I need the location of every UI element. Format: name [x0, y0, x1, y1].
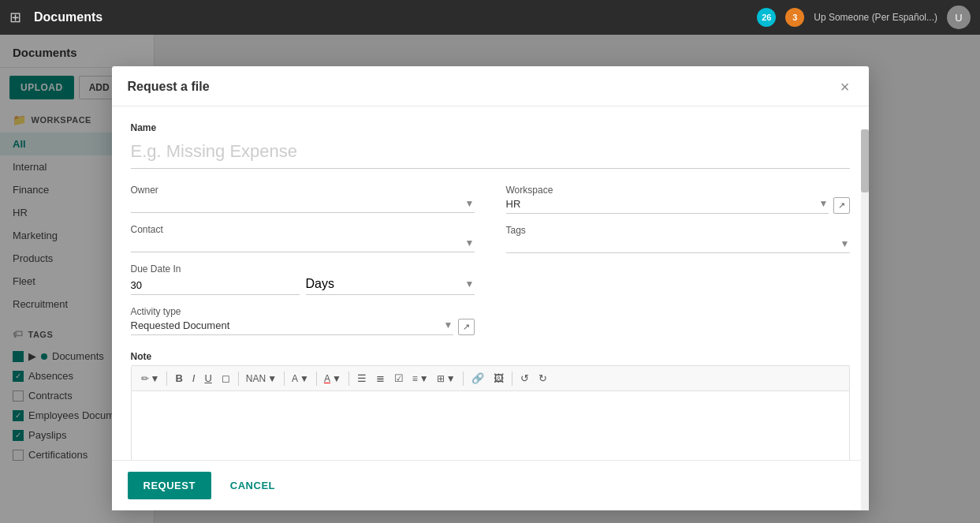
due-date-number-input[interactable] [131, 276, 178, 294]
toolbar-separator-3 [284, 372, 285, 386]
toolbar-separator-5 [348, 372, 349, 386]
tags-form-row: Tags ▼ [506, 225, 850, 253]
table-dropdown[interactable]: ⊞ ▼ [434, 372, 459, 386]
heading-dropdown[interactable]: NAN ▼ [243, 372, 280, 386]
due-unit-chevron-icon: ▼ [465, 278, 475, 290]
activity-select-wrap: Requested Document ▼ [131, 319, 453, 335]
modal-title: Request a file [128, 80, 210, 94]
pen-icon: ✏ [141, 373, 149, 384]
due-num-wrap [131, 276, 300, 295]
due-unit-wrap: Days ▼ [306, 277, 475, 295]
scroll-indicator [861, 129, 869, 510]
workspace-chevron-icon: ▼ [819, 198, 829, 209]
unordered-list-button[interactable]: ☰ [353, 371, 371, 386]
undo-button[interactable]: ↺ [516, 371, 533, 386]
toolbar-separator-6 [463, 372, 464, 386]
note-label: Note [131, 351, 850, 362]
note-section: Note ✏ ▼ B I U ◻ NAN [131, 351, 850, 460]
contact-label: Contact [131, 224, 475, 235]
due-unit-value: Days [306, 277, 334, 291]
checklist-button[interactable]: ☑ [390, 371, 408, 386]
align-icon: ≡ [412, 373, 418, 384]
workspace-input-row: HR ▼ ↗ [506, 197, 850, 214]
format-dropdown[interactable]: ✏ ▼ [138, 372, 163, 386]
owner-row: Owner ▼ [131, 185, 475, 213]
link-button[interactable]: 🔗 [468, 371, 488, 386]
align-dropdown[interactable]: ≡ ▼ [409, 372, 432, 386]
workspace-select[interactable]: HR [506, 198, 819, 210]
form-grid: Owner ▼ Contact [131, 185, 850, 335]
align-chevron-icon: ▼ [419, 373, 429, 384]
activity-type-row: Activity type Requested Document ▼ ↗ [131, 306, 475, 335]
grid-icon[interactable]: ⊞ [9, 9, 21, 26]
activity-chevron-icon: ▼ [444, 319, 453, 331]
toolbar-separator-4 [316, 372, 317, 386]
workspace-label: Workspace [506, 185, 850, 196]
cancel-button[interactable]: CANCEL [219, 472, 286, 499]
modal-header: Request a file × [112, 66, 869, 106]
ordered-list-button[interactable]: ≣ [372, 371, 389, 386]
activity-type-select[interactable]: Requested Document [131, 319, 441, 331]
due-date-row: Due Date In Days ▼ [131, 263, 475, 295]
workspace-row: Workspace HR ▼ ↗ [506, 185, 850, 214]
toolbar-separator-1 [166, 372, 167, 386]
app-title: Documents [34, 10, 102, 24]
font-icon: A [292, 373, 298, 384]
activity-external-link-button[interactable]: ↗ [458, 319, 475, 335]
heading-chevron-icon: ▼ [267, 373, 277, 384]
toolbar-separator-7 [512, 372, 512, 386]
owner-label: Owner [131, 185, 475, 196]
workspace-select-wrap: HR ▼ [506, 198, 829, 214]
redo-button[interactable]: ↻ [535, 371, 551, 386]
modal-body: Name Owner ▼ [112, 106, 869, 460]
avatar[interactable]: U [947, 6, 971, 29]
note-editor[interactable] [131, 390, 850, 460]
italic-button[interactable]: I [188, 371, 199, 386]
font-chevron-icon: ▼ [300, 373, 309, 384]
eraser-button[interactable]: ◻ [218, 371, 234, 386]
pen-chevron-icon: ▼ [151, 373, 160, 384]
toolbar-separator-2 [238, 372, 239, 386]
name-input[interactable] [131, 136, 850, 169]
modal-close-button[interactable]: × [837, 79, 853, 95]
color-icon: A [324, 373, 330, 384]
modal-footer: REQUEST CANCEL [112, 460, 869, 510]
tags-select-wrap: ▼ [506, 237, 850, 253]
tags-select[interactable] [506, 237, 837, 249]
contact-select[interactable] [131, 237, 462, 248]
request-button[interactable]: REQUEST [128, 472, 211, 499]
user-label[interactable]: Up Someone (Per Español...) [814, 12, 937, 23]
table-chevron-icon: ▼ [446, 373, 456, 384]
heading-label: NAN [246, 373, 266, 384]
left-column: Owner ▼ Contact [131, 185, 475, 335]
contact-chevron-icon: ▼ [465, 237, 475, 248]
owner-chevron-icon: ▼ [465, 198, 475, 209]
image-button[interactable]: 🖼 [490, 371, 508, 386]
notification-badge-1[interactable]: 26 [757, 8, 776, 27]
activity-row: Requested Document ▼ ↗ [131, 319, 475, 335]
notification-badge-2[interactable]: 3 [785, 8, 804, 27]
color-dropdown[interactable]: A ▼ [321, 372, 345, 386]
owner-select[interactable] [131, 197, 462, 209]
owner-select-wrap: ▼ [131, 197, 475, 213]
scroll-thumb [861, 129, 869, 192]
workspace-external-link-button[interactable]: ↗ [833, 197, 850, 214]
tags-chevron-icon: ▼ [840, 238, 850, 249]
request-file-modal: Request a file × Name Owner [112, 66, 869, 510]
table-icon: ⊞ [437, 373, 445, 384]
modal-overlay: Request a file × Name Owner [0, 35, 980, 523]
top-nav: ⊞ Documents 26 3 Up Someone (Per Español… [0, 0, 980, 35]
color-chevron-icon: ▼ [332, 373, 341, 384]
contact-row: Contact ▼ [131, 224, 475, 252]
contact-select-wrap: ▼ [131, 237, 475, 252]
right-column: Workspace HR ▼ ↗ [506, 185, 850, 335]
due-date-label: Due Date In [131, 263, 475, 275]
name-field-label: Name [131, 122, 850, 133]
due-date-inputs: Days ▼ [131, 276, 475, 295]
bold-button[interactable]: B [171, 371, 186, 386]
activity-type-label: Activity type [131, 306, 475, 317]
note-toolbar: ✏ ▼ B I U ◻ NAN ▼ [131, 365, 850, 390]
font-size-dropdown[interactable]: A ▼ [289, 372, 312, 386]
modal-scrollable: Name Owner ▼ [112, 106, 869, 460]
underline-button[interactable]: U [200, 371, 215, 386]
